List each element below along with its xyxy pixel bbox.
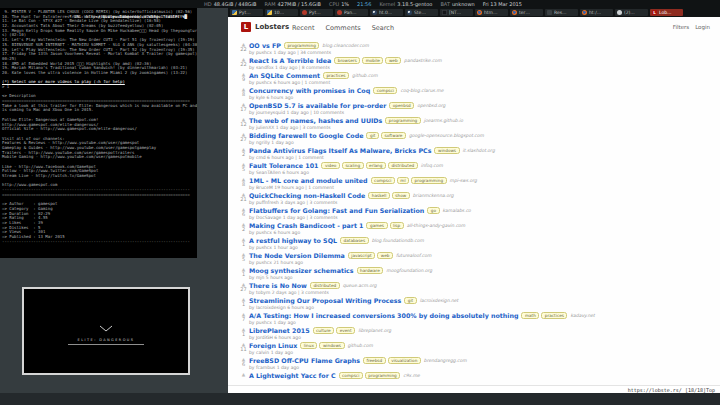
story-domain-link[interactable]: queue.acm.org [343,283,377,288]
story-tag[interactable]: video [321,162,339,169]
story-tag[interactable]: distributed [310,282,340,289]
taskbar-button[interactable]: ter… [510,9,543,16]
story-tag[interactable]: openbsd [389,102,414,109]
story-domain-link[interactable]: it.slashdot.org [463,148,495,153]
story-tag[interactable]: browsers [334,57,360,64]
terminal-window[interactable]: 9. MISTER V - PLANTER LES CHOUX (COCO RE… [0,8,197,258]
story-title-link[interactable]: Fault Tolerance 101 [249,162,318,169]
taskbar-button[interactable]: Pan… [335,9,368,16]
story-title-link[interactable]: The web of names, hashes and UUIDs [249,117,382,124]
story-title-link[interactable]: There is No Now [249,282,307,289]
story-domain-link[interactable]: coq-blog.clarus.me [400,88,443,93]
story-title-link[interactable]: Panda Antivirus Flags Itself As Malware,… [249,147,431,154]
taskbar-button[interactable]: (2)… [615,9,648,16]
story-tag[interactable]: hardware [357,267,384,274]
story-domain-link[interactable]: kamalabs.co [443,208,471,213]
header-link-filters[interactable]: Filters [673,24,690,30]
story-tag[interactable]: databases [340,237,369,244]
story-title-link[interactable]: 1ML - ML core and module united [249,177,368,184]
taskbar-button[interactable]: ht:/… [580,9,613,16]
story-domain-link[interactable]: blog.cleancoder.com [322,43,369,48]
story-tag[interactable]: compsci [339,372,363,379]
story-title-link[interactable]: Flatbuffers for Golang: Fast and Fun Ser… [249,207,424,214]
story-tag[interactable]: compsci [371,177,395,184]
nav-link-comments[interactable]: Comments [325,24,360,32]
story-domain-link[interactable]: moogfoundation.org [386,268,432,273]
story-tag[interactable]: programming [284,42,319,49]
story-domain-link[interactable]: lacroixdesign.net [420,298,459,303]
story-domain-link[interactable]: github.com [352,73,377,78]
story-title-link[interactable]: The Node Version Dilemma [249,252,345,259]
story-tag[interactable]: ml [397,177,409,184]
story-title-link[interactable]: Making Crash Bandicoot - part 1 [249,222,363,229]
story-domain-link[interactable]: google-opensource.blogspot.com [409,133,484,138]
story-tag[interactable]: compsci [373,87,397,94]
story-tag[interactable]: programming [385,117,420,124]
story-tag[interactable]: software [381,132,406,139]
story-domain-link[interactable]: libreplanet.org [358,328,391,333]
story-title-link[interactable]: QuickChecking non-Haskell Code [249,192,365,199]
nav-link-search[interactable]: Search [372,24,394,32]
story-tag[interactable]: event [336,327,355,334]
story-domain-link[interactable]: brendangregg.com [424,358,467,363]
story-tag[interactable]: git [404,297,416,304]
site-title-link[interactable]: Lobsters [255,23,289,31]
story-title-link[interactable]: LibrePlanet 2015 [249,327,310,334]
story-title-link[interactable]: OpenBSD 5.7 is available for pre-order [249,102,386,109]
upvote-arrow-icon[interactable]: ▲ [238,372,249,377]
story-domain-link[interactable]: mpi-sws.org [450,178,477,183]
taskbar-button[interactable]: Pyt… [230,9,263,16]
taskbar-button[interactable]: L Lob… [650,9,683,16]
story-tag[interactable]: linux [300,342,317,349]
story-domain-link[interactable]: brianmckenna.org [413,193,454,198]
story-domain-link[interactable]: kadavy.net [570,313,594,318]
story-domain-link[interactable]: openbsd.org [417,103,445,108]
story-domain-link[interactable]: joearms.github.io [424,118,463,123]
story-tag[interactable]: windows [434,147,459,154]
taskbar-button[interactable]: 10… [265,9,298,16]
story-domain-link[interactable]: pandastrike.com [404,58,442,63]
lobsters-logo-icon[interactable]: L [241,22,251,32]
story-tag[interactable]: mobile [362,57,383,64]
taskbar-button[interactable]: htm… [475,9,508,16]
story-tag[interactable]: programming [365,372,400,379]
story-tag[interactable]: practices [323,72,349,79]
story-tag[interactable]: web [377,252,393,259]
story-tag[interactable]: go [427,207,439,214]
story-title-link[interactable]: An SQLite Comment [249,72,320,79]
story-title-link[interactable]: Foreign Linux [249,342,297,349]
story-domain-link[interactable]: github.com [348,343,373,348]
story-tag[interactable]: windows [319,342,344,349]
story-domain-link[interactable]: blog.foundationdb.com [372,238,424,243]
story-tag[interactable]: freebsd [363,357,386,364]
story-domain-link[interactable]: futurealoof.com [396,253,431,258]
story-tag[interactable]: javascript [348,252,375,259]
story-domain-link[interactable]: all-things-andy-gavin.com [407,223,466,228]
story-title-link[interactable]: A Lightweight Yacc for C [249,372,336,379]
story-tag[interactable]: show [392,192,410,199]
story-tag[interactable]: git [366,132,378,139]
story-tag[interactable]: programming [411,177,446,184]
story-tag[interactable]: distributed [388,162,418,169]
nav-link-recent[interactable]: Recent [292,24,314,32]
story-tag[interactable]: lisp [390,222,404,229]
story-tag[interactable]: culture [313,327,335,334]
story-title-link[interactable]: Moog synthesizer schematics [249,267,354,274]
story-tag[interactable]: scaling [342,162,364,169]
story-tag[interactable]: practices [541,312,567,319]
video-player-window[interactable]: ELITE: DANGEROUS [22,287,190,375]
story-tag[interactable]: web [385,57,401,64]
story-tag[interactable]: math [521,312,539,319]
story-tag[interactable]: games [366,222,387,229]
taskbar-button[interactable]: Pyt… [300,9,333,16]
taskbar-button[interactable]: [NT… [440,9,473,16]
story-tag[interactable]: haskell [368,192,390,199]
story-domain-link[interactable]: infoq.com [421,163,443,168]
story-title-link[interactable]: A/A Testing: How I increased conversions… [249,312,518,319]
story-title-link[interactable]: Streamlining Our Proposal Writing Proces… [249,297,401,304]
story-title-link[interactable]: Concurrency with promises in Coq [249,87,370,94]
story-title-link[interactable]: OO vs FP [249,42,281,49]
taskbar-button[interactable]: Ste… [405,9,438,16]
story-title-link[interactable]: Bidding farewell to Google Code [249,132,363,139]
story-tag[interactable]: erlang [366,162,386,169]
